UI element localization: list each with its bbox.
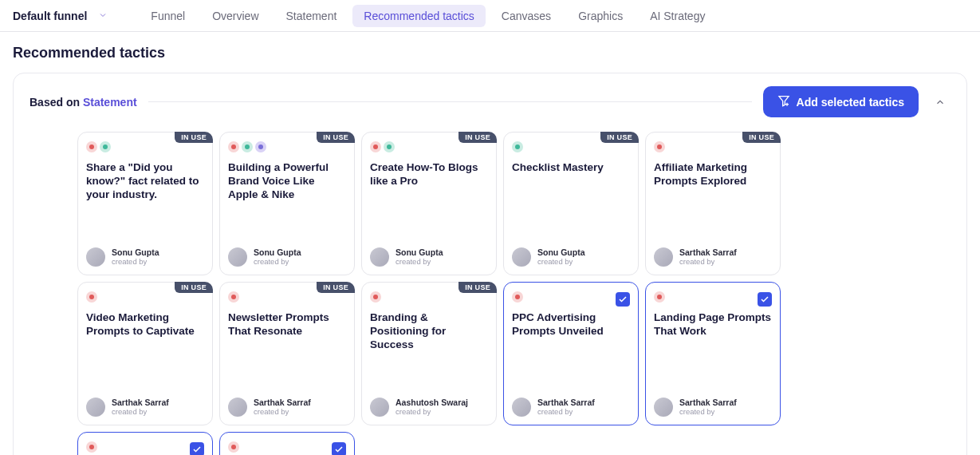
tag-dot-icon [86, 441, 97, 453]
tactic-card[interactable]: Content Marketing Prompts ExploredAashut… [77, 432, 213, 455]
creator-info: Sonu Guptacreated by [537, 248, 585, 266]
select-checkbox[interactable] [758, 292, 772, 307]
nav-tab-statement[interactable]: Statement [275, 5, 348, 27]
chevron-down-icon [98, 9, 108, 23]
funnel-select-label: Default funnel [13, 10, 87, 22]
card-tags [228, 141, 266, 152]
card-title: Affiliate Marketing Prompts Explored [654, 161, 772, 188]
creator-info: Sarthak Sarrafcreated by [679, 248, 737, 266]
created-by-label: created by [396, 258, 443, 266]
nav-tab-graphics[interactable]: Graphics [567, 5, 634, 27]
card-tags [370, 141, 395, 152]
in-use-badge: IN USE [317, 282, 355, 293]
creator-info: Sarthak Sarrafcreated by [112, 398, 169, 416]
tactic-card[interactable]: Landing Page Prompts That WorkSarthak Sa… [645, 282, 781, 425]
card-tags [228, 441, 239, 453]
nav-tab-recommended-tactics[interactable]: Recommended tactics [352, 5, 486, 27]
tactic-card[interactable]: PPC Advertising Prompts UnveiledSarthak … [503, 282, 639, 425]
select-checkbox[interactable] [616, 292, 630, 307]
creator-info: Sonu Guptacreated by [396, 248, 443, 266]
tag-dot-icon [370, 141, 381, 152]
card-footer: Sarthak Sarrafcreated by [86, 398, 204, 417]
card-tags [654, 141, 665, 152]
based-on-prefix: Based on [30, 96, 83, 109]
card-title: Create How-To Blogs like a Pro [370, 161, 488, 188]
card-title: Share a "Did you know?" fact related to … [86, 161, 204, 202]
add-button-label: Add selected tactics [797, 96, 904, 109]
in-use-badge: IN USE [459, 132, 497, 143]
nav-tab-funnel[interactable]: Funnel [140, 5, 196, 27]
card-footer: Sarthak Sarrafcreated by [228, 398, 346, 417]
funnel-select[interactable]: Default funnel [13, 9, 108, 23]
panel-header: Based on Statement Add selected tactics [30, 86, 950, 117]
collapse-button[interactable] [930, 92, 950, 113]
avatar [86, 398, 105, 417]
tag-dot-icon [228, 141, 239, 152]
based-on-link[interactable]: Statement [83, 96, 137, 109]
tag-dot-icon [86, 291, 97, 303]
avatar [370, 398, 389, 417]
card-footer: Sarthak Sarrafcreated by [654, 398, 772, 417]
created-by-label: created by [537, 408, 595, 416]
cards-grid: IN USEShare a "Did you know?" fact relat… [30, 132, 950, 455]
tactic-card[interactable]: IN USECreate How-To Blogs like a ProSonu… [361, 132, 497, 275]
card-tags [86, 291, 97, 303]
card-title: Branding & Positioning for Success [370, 311, 488, 352]
tag-dot-icon [654, 141, 665, 152]
avatar [86, 247, 105, 267]
nav-tab-overview[interactable]: Overview [201, 5, 270, 27]
card-tags [512, 291, 523, 303]
tactic-card[interactable]: IN USEAffiliate Marketing Prompts Explor… [645, 132, 781, 275]
in-use-badge: IN USE [600, 132, 639, 143]
add-selected-tactics-button[interactable]: Add selected tactics [763, 86, 919, 117]
avatar [228, 247, 247, 267]
card-tags [370, 291, 381, 303]
nav-tab-canvases[interactable]: Canvases [490, 5, 562, 27]
card-title: Newsletter Prompts That Resonate [228, 311, 346, 338]
created-by-label: created by [537, 258, 585, 266]
creator-name: Sonu Gupta [396, 248, 443, 258]
card-footer: Aashutosh Swarajcreated by [370, 398, 488, 417]
tag-dot-icon [654, 291, 665, 303]
card-tags [228, 291, 239, 303]
select-checkbox[interactable] [190, 442, 204, 455]
tag-dot-icon [512, 291, 523, 303]
nav-tab-ai-strategy[interactable]: AI Strategy [639, 5, 716, 27]
creator-name: Sarthak Sarraf [679, 248, 737, 258]
creator-name: Sonu Gupta [537, 248, 585, 258]
tactic-card[interactable]: IN USEBranding & Positioning for Success… [361, 282, 497, 425]
card-title: Video Marketing Prompts to Captivate [86, 311, 204, 338]
card-footer: Sonu Guptacreated by [370, 247, 488, 267]
tactic-card[interactable]: IN USENewsletter Prompts That ResonateSa… [219, 282, 355, 425]
tag-dot-icon [228, 441, 239, 453]
card-footer: Sonu Guptacreated by [228, 247, 346, 267]
in-use-badge: IN USE [742, 132, 781, 143]
tag-dot-icon [384, 141, 395, 152]
in-use-badge: IN USE [175, 282, 213, 293]
creator-name: Sonu Gupta [112, 248, 159, 258]
content: Recommended tactics Based on Statement A… [0, 32, 980, 455]
card-footer: Sarthak Sarrafcreated by [512, 398, 630, 417]
page-title: Recommended tactics [13, 45, 967, 61]
card-footer: Sonu Guptacreated by [512, 247, 630, 267]
creator-name: Sarthak Sarraf [679, 398, 737, 408]
creator-name: Sarthak Sarraf [537, 398, 595, 408]
avatar [512, 398, 531, 417]
card-tags [86, 141, 111, 152]
tactic-card[interactable]: IN USEBuilding a Powerful Brand Voice Li… [219, 132, 355, 275]
creator-name: Sonu Gupta [254, 248, 301, 258]
created-by-label: created by [679, 408, 737, 416]
tactic-card[interactable]: IN USEShare a "Did you know?" fact relat… [77, 132, 213, 275]
creator-info: Sarthak Sarrafcreated by [254, 398, 311, 416]
in-use-badge: IN USE [317, 132, 355, 143]
tactic-card[interactable]: Eugene Schwartz Framework for Blog Conte… [219, 432, 355, 455]
creator-name: Aashutosh Swaraj [396, 398, 468, 408]
select-checkbox[interactable] [332, 442, 346, 455]
tag-dot-icon [228, 291, 239, 303]
tag-dot-icon [100, 141, 111, 152]
creator-info: Sonu Guptacreated by [254, 248, 301, 266]
tactic-card[interactable]: IN USEChecklist MasterySonu Guptacreated… [503, 132, 639, 275]
card-tags [512, 141, 523, 152]
top-bar: Default funnel FunnelOverviewStatementRe… [0, 0, 980, 32]
tactic-card[interactable]: IN USEVideo Marketing Prompts to Captiva… [77, 282, 213, 425]
